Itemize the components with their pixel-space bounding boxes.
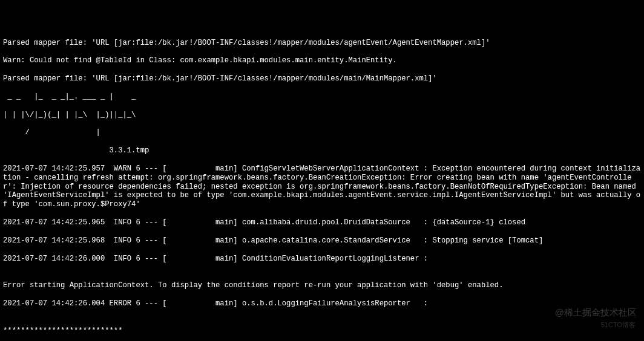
watermark-text: @稀土掘金技术社区 (555, 307, 637, 318)
ascii-art: | | |\/|_)(_| | |_\ |_)||_|_\ (3, 111, 641, 120)
log-line: Warn: Could not find @TableId in Class: … (3, 56, 641, 65)
ascii-art: 3.3.1.tmp (3, 146, 641, 155)
log-line: 2021-07-07 14:42:26.004 ERROR 6 --- [ ma… (3, 299, 641, 308)
log-line: 2021-07-07 14:42:25.957 WARN 6 --- [ mai… (3, 164, 641, 209)
log-line: 2021-07-07 14:42:26.000 INFO 6 --- [ mai… (3, 255, 641, 264)
log-line: Parsed mapper file: 'URL [jar:file:/bk.j… (3, 39, 641, 48)
log-line: Error starting ApplicationContext. To di… (3, 281, 641, 290)
log-line: Parsed mapper file: 'URL [jar:file:/bk.j… (3, 74, 641, 83)
ascii-art: / | (3, 128, 641, 137)
log-line: *************************** (3, 326, 641, 336)
ascii-art: _ _ |_ _ _|_. ___ _ | _ (3, 93, 641, 102)
log-line: 2021-07-07 14:42:25.968 INFO 6 --- [ mai… (3, 236, 641, 245)
log-line: 2021-07-07 14:42:25.965 INFO 6 --- [ mai… (3, 218, 641, 227)
